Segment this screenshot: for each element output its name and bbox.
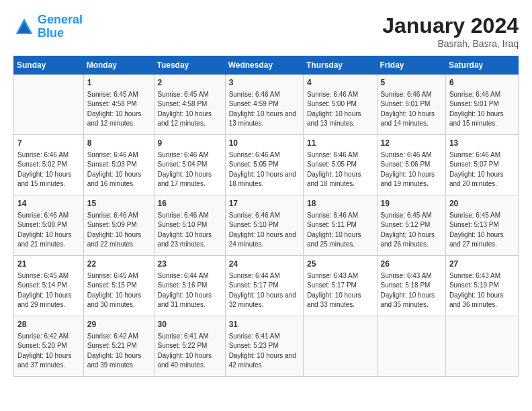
day-info: Sunrise: 6:46 AMSunset: 5:10 PMDaylight:… — [229, 211, 300, 250]
day-number: 22 — [87, 259, 150, 270]
calendar-header-row: SundayMondayTuesdayWednesdayThursdayFrid… — [14, 56, 519, 75]
calendar-cell: 25Sunrise: 6:43 AMSunset: 5:17 PMDayligh… — [303, 256, 377, 316]
calendar-cell: 5Sunrise: 6:46 AMSunset: 5:01 PMDaylight… — [377, 75, 445, 135]
calendar-cell: 13Sunrise: 6:46 AMSunset: 5:07 PMDayligh… — [445, 135, 518, 195]
calendar-week-row: 21Sunrise: 6:45 AMSunset: 5:14 PMDayligh… — [14, 256, 519, 316]
calendar-cell: 12Sunrise: 6:46 AMSunset: 5:06 PMDayligh… — [377, 135, 445, 195]
day-info: Sunrise: 6:46 AMSunset: 5:08 PMDaylight:… — [17, 211, 80, 250]
header-sunday: Sunday — [14, 56, 84, 75]
calendar-cell: 8Sunrise: 6:46 AMSunset: 5:03 PMDaylight… — [83, 135, 154, 195]
day-number: 6 — [449, 77, 515, 89]
page-header: General Blue January 2024 Basrah, Basra,… — [13, 13, 519, 49]
day-info: Sunrise: 6:46 AMSunset: 5:11 PMDaylight:… — [307, 211, 373, 250]
day-number: 5 — [381, 77, 442, 89]
day-info: Sunrise: 6:46 AMSunset: 5:01 PMDaylight:… — [449, 90, 515, 129]
day-info: Sunrise: 6:46 AMSunset: 5:05 PMDaylight:… — [307, 150, 373, 189]
calendar-week-row: 1Sunrise: 6:45 AMSunset: 4:58 PMDaylight… — [14, 75, 519, 135]
day-number: 19 — [381, 198, 442, 210]
calendar-cell: 29Sunrise: 6:42 AMSunset: 5:21 PMDayligh… — [83, 316, 154, 377]
day-info: Sunrise: 6:46 AMSunset: 5:07 PMDaylight:… — [449, 150, 515, 189]
day-number: 31 — [229, 319, 300, 330]
calendar-cell: 27Sunrise: 6:43 AMSunset: 5:19 PMDayligh… — [445, 256, 518, 316]
calendar-cell — [14, 75, 84, 135]
day-info: Sunrise: 6:46 AMSunset: 5:09 PMDaylight:… — [87, 211, 150, 250]
logo: General Blue — [13, 13, 83, 40]
day-number: 10 — [229, 138, 300, 149]
day-info: Sunrise: 6:43 AMSunset: 5:19 PMDaylight:… — [449, 271, 515, 310]
day-info: Sunrise: 6:45 AMSunset: 4:58 PMDaylight:… — [87, 90, 150, 129]
calendar-cell — [303, 316, 377, 377]
calendar-week-row: 14Sunrise: 6:46 AMSunset: 5:08 PMDayligh… — [14, 195, 519, 256]
day-info: Sunrise: 6:45 AMSunset: 5:12 PMDaylight:… — [381, 211, 442, 250]
day-number: 17 — [229, 198, 300, 210]
day-number: 28 — [17, 319, 80, 330]
day-number: 29 — [87, 319, 150, 330]
day-number: 13 — [449, 138, 515, 149]
header-thursday: Thursday — [303, 56, 377, 75]
calendar-week-row: 7Sunrise: 6:46 AMSunset: 5:02 PMDaylight… — [14, 135, 519, 195]
header-saturday: Saturday — [445, 56, 518, 75]
day-info: Sunrise: 6:46 AMSunset: 5:10 PMDaylight:… — [158, 211, 222, 250]
month-year-title: January 2024 — [382, 13, 519, 38]
day-number: 2 — [158, 77, 222, 89]
day-number: 21 — [17, 259, 80, 270]
calendar-cell: 6Sunrise: 6:46 AMSunset: 5:01 PMDaylight… — [445, 75, 518, 135]
calendar-cell: 18Sunrise: 6:46 AMSunset: 5:11 PMDayligh… — [303, 195, 377, 256]
day-info: Sunrise: 6:46 AMSunset: 5:06 PMDaylight:… — [381, 150, 442, 189]
day-number: 18 — [307, 198, 373, 210]
calendar-cell: 30Sunrise: 6:41 AMSunset: 5:22 PMDayligh… — [154, 316, 225, 377]
day-info: Sunrise: 6:42 AMSunset: 5:20 PMDaylight:… — [17, 332, 80, 371]
day-number: 24 — [229, 259, 300, 270]
calendar-cell: 21Sunrise: 6:45 AMSunset: 5:14 PMDayligh… — [14, 256, 84, 316]
calendar-cell: 15Sunrise: 6:46 AMSunset: 5:09 PMDayligh… — [83, 195, 154, 256]
calendar-cell: 20Sunrise: 6:45 AMSunset: 5:13 PMDayligh… — [445, 195, 518, 256]
calendar-cell: 14Sunrise: 6:46 AMSunset: 5:08 PMDayligh… — [14, 195, 84, 256]
calendar-cell: 1Sunrise: 6:45 AMSunset: 4:58 PMDaylight… — [83, 75, 154, 135]
day-info: Sunrise: 6:41 AMSunset: 5:23 PMDaylight:… — [229, 332, 300, 371]
calendar-cell: 9Sunrise: 6:46 AMSunset: 5:04 PMDaylight… — [154, 135, 225, 195]
calendar-body: 1Sunrise: 6:45 AMSunset: 4:58 PMDaylight… — [14, 75, 519, 377]
day-number: 4 — [307, 77, 373, 89]
day-info: Sunrise: 6:41 AMSunset: 5:22 PMDaylight:… — [158, 332, 222, 371]
day-info: Sunrise: 6:43 AMSunset: 5:18 PMDaylight:… — [381, 271, 442, 310]
day-number: 16 — [158, 198, 222, 210]
calendar-cell: 31Sunrise: 6:41 AMSunset: 5:23 PMDayligh… — [225, 316, 303, 377]
day-info: Sunrise: 6:46 AMSunset: 5:00 PMDaylight:… — [307, 90, 373, 129]
logo-blue: Blue — [38, 26, 64, 40]
day-number: 12 — [381, 138, 442, 149]
day-info: Sunrise: 6:45 AMSunset: 5:13 PMDaylight:… — [449, 211, 515, 250]
calendar-cell: 16Sunrise: 6:46 AMSunset: 5:10 PMDayligh… — [154, 195, 225, 256]
header-wednesday: Wednesday — [225, 56, 303, 75]
day-info: Sunrise: 6:46 AMSunset: 5:05 PMDaylight:… — [229, 150, 300, 189]
day-info: Sunrise: 6:46 AMSunset: 5:02 PMDaylight:… — [17, 150, 80, 189]
calendar-cell: 3Sunrise: 6:46 AMSunset: 4:59 PMDaylight… — [225, 75, 303, 135]
day-info: Sunrise: 6:42 AMSunset: 5:21 PMDaylight:… — [87, 332, 150, 371]
location-subtitle: Basrah, Basra, Iraq — [382, 38, 519, 49]
logo-icon — [13, 16, 35, 38]
calendar-cell: 11Sunrise: 6:46 AMSunset: 5:05 PMDayligh… — [303, 135, 377, 195]
calendar-cell: 2Sunrise: 6:45 AMSunset: 4:58 PMDaylight… — [154, 75, 225, 135]
day-info: Sunrise: 6:44 AMSunset: 5:16 PMDaylight:… — [158, 271, 222, 310]
calendar-cell: 4Sunrise: 6:46 AMSunset: 5:00 PMDaylight… — [303, 75, 377, 135]
day-number: 27 — [449, 259, 515, 270]
day-number: 7 — [17, 138, 80, 149]
day-number: 30 — [158, 319, 222, 330]
calendar-table: SundayMondayTuesdayWednesdayThursdayFrid… — [13, 56, 519, 377]
header-monday: Monday — [83, 56, 154, 75]
calendar-cell: 17Sunrise: 6:46 AMSunset: 5:10 PMDayligh… — [225, 195, 303, 256]
day-number: 15 — [87, 198, 150, 210]
header-friday: Friday — [377, 56, 445, 75]
calendar-cell: 22Sunrise: 6:45 AMSunset: 5:15 PMDayligh… — [83, 256, 154, 316]
day-info: Sunrise: 6:45 AMSunset: 5:15 PMDaylight:… — [87, 271, 150, 310]
calendar-cell: 10Sunrise: 6:46 AMSunset: 5:05 PMDayligh… — [225, 135, 303, 195]
day-number: 25 — [307, 259, 373, 270]
day-info: Sunrise: 6:45 AMSunset: 5:14 PMDaylight:… — [17, 271, 80, 310]
calendar-cell — [377, 316, 445, 377]
day-number: 9 — [158, 138, 222, 149]
day-number: 1 — [87, 77, 150, 89]
day-info: Sunrise: 6:44 AMSunset: 5:17 PMDaylight:… — [229, 271, 300, 310]
calendar-cell: 24Sunrise: 6:44 AMSunset: 5:17 PMDayligh… — [225, 256, 303, 316]
day-info: Sunrise: 6:46 AMSunset: 5:04 PMDaylight:… — [158, 150, 222, 189]
day-info: Sunrise: 6:46 AMSunset: 5:01 PMDaylight:… — [381, 90, 442, 129]
day-number: 8 — [87, 138, 150, 149]
